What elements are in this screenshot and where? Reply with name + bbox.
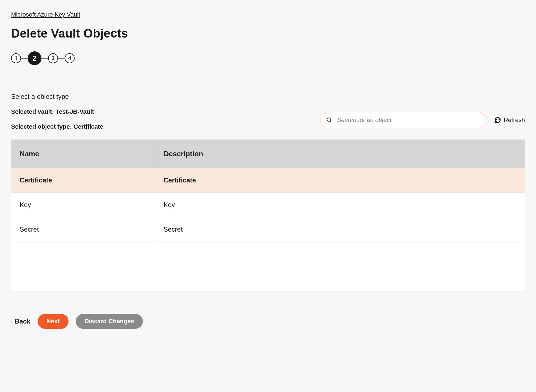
step-2[interactable]: 2 xyxy=(28,51,41,65)
table-row[interactable]: Key Key xyxy=(11,193,525,217)
discard-changes-button[interactable]: Discard Changes xyxy=(76,314,143,329)
cell-description: Secret xyxy=(155,217,525,242)
breadcrumb[interactable]: Microsoft Azure Key Vault xyxy=(11,11,80,18)
search-input[interactable] xyxy=(320,112,486,128)
table-empty-space xyxy=(11,242,525,292)
step-4[interactable]: 4 xyxy=(65,53,75,63)
refresh-label: Refresh xyxy=(504,116,525,124)
chevron-left-icon: ‹ xyxy=(11,318,13,325)
cell-description: Key xyxy=(155,193,525,217)
step-connector xyxy=(41,58,48,59)
table-header-name[interactable]: Name xyxy=(11,140,155,168)
refresh-button[interactable]: Refresh xyxy=(494,116,525,124)
object-type-table: Name Description Certificate Certificate… xyxy=(11,139,525,292)
next-button[interactable]: Next xyxy=(38,314,69,329)
step-1[interactable]: 1 xyxy=(11,53,21,63)
table-row[interactable]: Secret Secret xyxy=(11,217,525,242)
cell-name: Secret xyxy=(11,217,155,242)
back-label: Back xyxy=(15,317,30,325)
search-icon xyxy=(326,117,332,123)
step-3[interactable]: 3 xyxy=(48,53,58,63)
svg-line-1 xyxy=(330,121,332,122)
back-button[interactable]: ‹ Back xyxy=(11,317,30,325)
step-connector xyxy=(21,58,28,59)
footer-buttons: ‹ Back Next Discard Changes xyxy=(11,314,525,329)
table-row[interactable]: Certificate Certificate xyxy=(11,168,525,193)
cell-name: Key xyxy=(11,193,155,217)
select-prompt: Select a object type xyxy=(11,93,525,100)
page-title: Delete Vault Objects xyxy=(11,27,525,40)
search-wrapper xyxy=(320,112,486,128)
cell-name: Certificate xyxy=(11,168,155,193)
step-connector xyxy=(58,58,65,59)
stepper: 1 2 3 4 xyxy=(11,51,525,65)
cell-description: Certificate xyxy=(155,168,525,193)
table-header-description[interactable]: Description xyxy=(155,140,525,168)
svg-point-0 xyxy=(327,118,331,121)
refresh-icon xyxy=(494,117,501,123)
